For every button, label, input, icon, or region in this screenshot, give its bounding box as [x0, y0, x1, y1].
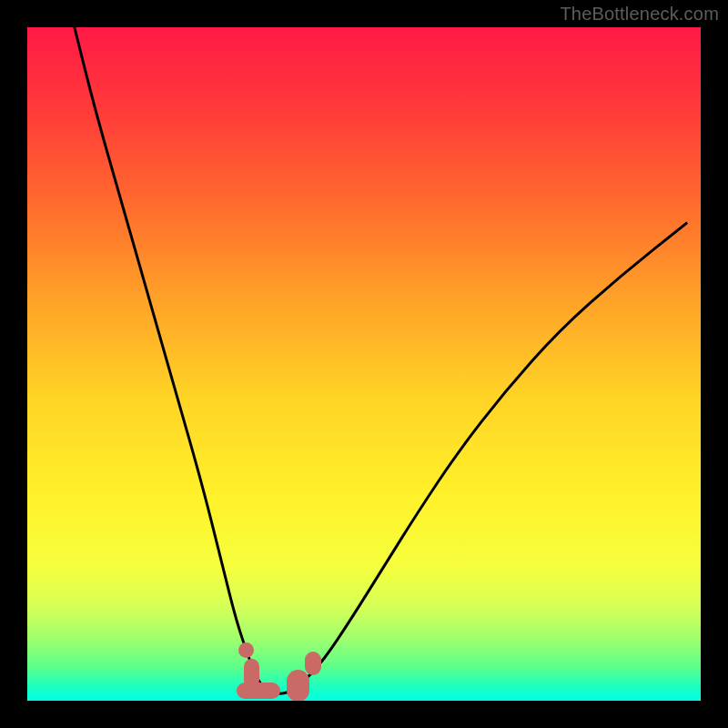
marker-dot	[287, 670, 308, 701]
marker-dot	[238, 642, 253, 657]
marker-layer	[27, 27, 701, 701]
marker-dot	[237, 682, 280, 700]
chart-frame: TheBottleneck.com	[0, 0, 728, 728]
plot-area	[27, 27, 701, 701]
marker-dot	[305, 652, 321, 675]
watermark: TheBottleneck.com	[560, 4, 719, 25]
